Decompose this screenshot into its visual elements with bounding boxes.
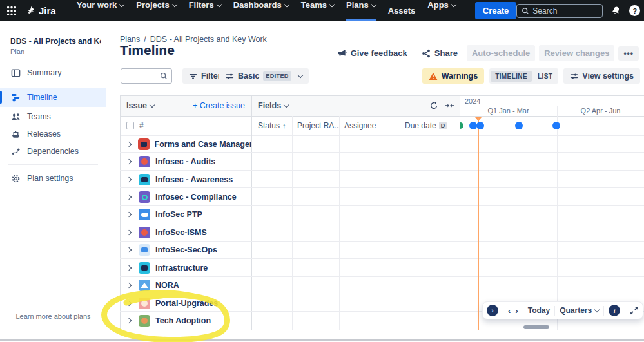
project-avatar bbox=[139, 244, 150, 256]
expand-chevron-icon[interactable] bbox=[127, 248, 133, 252]
issue-row-infosec-isms[interactable]: InfoSec-ISMS bbox=[120, 223, 251, 241]
dependencies-link-icon bbox=[10, 146, 21, 157]
sort-ascending-icon: ↑ bbox=[282, 122, 286, 129]
plan-subtitle: Plan bbox=[10, 48, 24, 55]
issue-row-nora[interactable]: NORA bbox=[120, 277, 251, 294]
today-button[interactable]: Today bbox=[528, 306, 550, 315]
share-icon bbox=[422, 49, 431, 58]
milestone-dot[interactable] bbox=[552, 122, 560, 129]
sidebar-item-plan-settings[interactable]: Plan settings bbox=[0, 169, 106, 187]
expand-chevron-icon[interactable] bbox=[127, 301, 133, 305]
more-actions-button[interactable]: ••• bbox=[618, 46, 639, 61]
help-icon[interactable]: ? bbox=[629, 5, 640, 16]
plan-search-box[interactable] bbox=[121, 68, 172, 84]
sidebar-item-label: Summary bbox=[27, 68, 61, 77]
project-avatar bbox=[139, 262, 150, 274]
issue-row-tech-adoption[interactable]: Tech Adoption bbox=[120, 312, 251, 329]
plan-search-input[interactable] bbox=[128, 71, 160, 81]
search-input[interactable] bbox=[532, 6, 597, 15]
milestone-dot[interactable] bbox=[476, 122, 484, 129]
horizontal-scrollbar-thumb[interactable] bbox=[523, 325, 549, 329]
expand-chevron-icon[interactable] bbox=[127, 283, 133, 287]
plan-sidebar: DDS - All Projects and Key W... Plan Sum… bbox=[0, 21, 106, 330]
sliders-icon bbox=[226, 72, 234, 81]
auto-schedule-button[interactable]: Auto-schedule bbox=[467, 45, 535, 61]
notifications-bell-icon[interactable] bbox=[611, 6, 621, 15]
column-header-status[interactable]: Status ↑ bbox=[258, 121, 286, 130]
gear-icon bbox=[10, 173, 21, 184]
expand-chevron-icon[interactable] bbox=[127, 266, 133, 270]
sidebar-item-summary[interactable]: Summary bbox=[0, 64, 106, 82]
issue-label: Infosec - Audits bbox=[155, 157, 215, 166]
jira-plan-timeline-page: Jira Your work Projects Filters Dashboar… bbox=[0, 0, 644, 342]
issue-row-forms-and-case-management[interactable]: Forms and Case Manageme... bbox=[120, 135, 251, 153]
create-button[interactable]: Create bbox=[475, 2, 516, 19]
sidebar-item-dependencies[interactable]: Dependencies bbox=[0, 142, 106, 160]
expand-chevron-icon[interactable] bbox=[127, 195, 133, 199]
nav-item-assets[interactable]: Assets bbox=[388, 0, 416, 21]
nav-item-teams[interactable]: Teams bbox=[301, 0, 334, 21]
expand-chevron-icon[interactable] bbox=[127, 160, 133, 164]
collapse-columns-icon[interactable] bbox=[445, 102, 454, 109]
view-settings-button[interactable]: View settings bbox=[563, 68, 640, 84]
expand-chevron-icon[interactable] bbox=[127, 319, 133, 323]
global-search[interactable] bbox=[516, 4, 603, 18]
issue-row-portal-upgrades[interactable]: Portal-Upgrades bbox=[120, 294, 251, 312]
scroll-left-button[interactable]: ‹ bbox=[508, 307, 511, 315]
expand-chevron-icon[interactable] bbox=[127, 231, 133, 234]
sidebar-item-label: Timeline bbox=[27, 93, 57, 102]
column-header-project-rag[interactable]: Project RA... bbox=[297, 121, 340, 130]
share-button[interactable]: Share bbox=[416, 45, 463, 61]
segment-list[interactable]: LIST bbox=[533, 71, 557, 82]
expand-chevron-icon[interactable] bbox=[127, 213, 133, 216]
due-date-d-badge: D bbox=[439, 122, 447, 129]
expand-chevron-icon[interactable] bbox=[127, 178, 133, 182]
issue-label: Infrastructure bbox=[155, 263, 208, 272]
nav-item-your-work[interactable]: Your work bbox=[77, 0, 124, 21]
info-button[interactable]: i bbox=[609, 305, 620, 316]
nav-item-projects[interactable]: Projects bbox=[136, 0, 176, 21]
warnings-button[interactable]: Warnings bbox=[422, 68, 484, 84]
project-avatar bbox=[139, 156, 150, 167]
issue-row-infosec-awareness[interactable]: Infosec - Awareness bbox=[120, 171, 251, 188]
give-feedback-button[interactable]: Give feedback bbox=[332, 45, 413, 61]
sidebar-item-releases[interactable]: Releases bbox=[0, 125, 106, 143]
grid-bottom-border bbox=[0, 330, 644, 330]
issue-dropdown[interactable]: Issue bbox=[126, 101, 154, 110]
fields-dropdown[interactable]: Fields bbox=[258, 101, 288, 110]
issue-row-infrastructure[interactable]: Infrastructure bbox=[120, 259, 251, 276]
zoom-level-dropdown[interactable]: Quarters bbox=[560, 306, 599, 315]
issue-row-infosec-audits[interactable]: Infosec - Audits bbox=[120, 153, 251, 170]
sidebar-item-timeline[interactable]: Timeline bbox=[0, 88, 106, 107]
column-header-assignee[interactable]: Assignee bbox=[344, 121, 376, 130]
chevron-down-icon bbox=[295, 71, 302, 81]
project-avatar bbox=[139, 209, 150, 220]
milestone-dot[interactable] bbox=[460, 122, 463, 129]
jira-logo[interactable]: Jira bbox=[26, 5, 56, 16]
select-all-checkbox[interactable] bbox=[126, 122, 134, 129]
scroll-right-button[interactable]: › bbox=[515, 307, 518, 315]
nav-item-dashboards[interactable]: Dashboards bbox=[233, 0, 289, 21]
learn-more-link[interactable]: Learn more about plans bbox=[0, 312, 106, 320]
issue-row-infosec-secops[interactable]: InfoSec-SecOps bbox=[120, 242, 251, 259]
column-header-due-date[interactable]: Due date D bbox=[405, 121, 447, 130]
fullscreen-icon[interactable] bbox=[630, 307, 638, 315]
expand-sidebar-button[interactable]: › bbox=[487, 305, 498, 316]
segment-timeline[interactable]: TIMELINE bbox=[491, 71, 532, 82]
create-issue-button[interactable]: + Create issue bbox=[193, 101, 245, 110]
view-mode-button[interactable]: Basic EDITED bbox=[219, 68, 309, 84]
sidebar-item-teams[interactable]: Teams bbox=[0, 108, 106, 126]
refresh-icon[interactable] bbox=[429, 101, 438, 110]
expand-chevron-icon[interactable] bbox=[127, 142, 133, 146]
milestone-dot[interactable] bbox=[515, 122, 523, 129]
issue-row-infosec-compliance[interactable]: Infosec - Compliance bbox=[120, 188, 251, 205]
issue-row-infosec-ptp[interactable]: InfoSec PTP bbox=[120, 206, 251, 223]
nav-item-apps[interactable]: Apps bbox=[427, 0, 456, 21]
view-controls: Warnings TIMELINE LIST View settings bbox=[422, 68, 640, 84]
nav-item-filters[interactable]: Filters bbox=[189, 0, 221, 21]
nav-item-plans[interactable]: Plans bbox=[346, 0, 376, 21]
review-changes-button[interactable]: Review changes bbox=[539, 45, 614, 61]
timeline-canvas[interactable] bbox=[460, 95, 644, 330]
app-switcher-icon[interactable] bbox=[6, 6, 17, 16]
toolbar-separator bbox=[603, 306, 604, 316]
